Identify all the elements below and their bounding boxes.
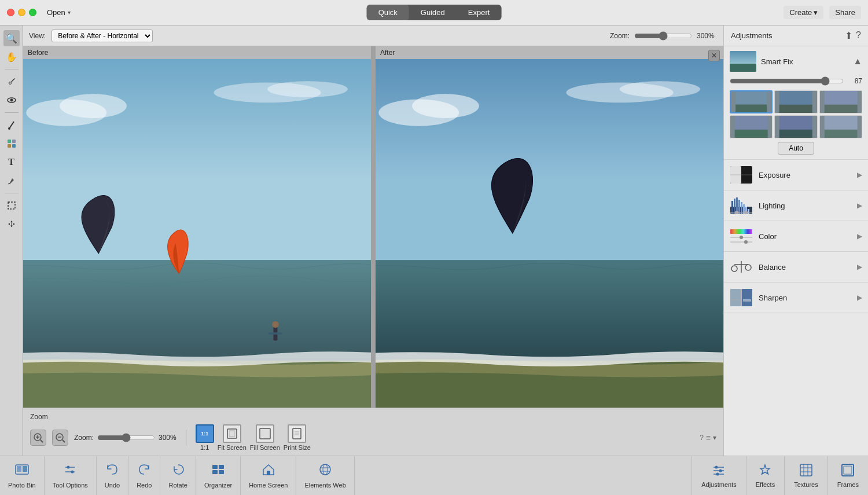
bottom-frames[interactable]: Frames (827, 456, 868, 495)
home-screen-icon (262, 463, 275, 480)
sharpen-row[interactable]: Sharpen ▶ (724, 283, 868, 313)
eye-tool[interactable] (3, 92, 20, 108)
view-select[interactable]: Before & After - Horizontal (52, 30, 153, 42)
preview-thumb-1[interactable] (730, 90, 773, 113)
open-button[interactable]: Open ▾ (42, 6, 75, 19)
zoom-controls-group: Zoom: 300% (74, 433, 176, 442)
bottom-adjustments[interactable]: Adjustments (692, 456, 746, 495)
redo-label: Redo (137, 482, 152, 489)
before-image[interactable] (23, 59, 371, 408)
svg-point-14 (267, 81, 348, 97)
bottom-undo[interactable]: Undo (97, 456, 128, 495)
svg-rect-95 (212, 465, 218, 469)
bottom-photo-bin[interactable]: Photo Bin (0, 456, 45, 495)
transform-tool[interactable] (3, 197, 20, 214)
balance-row[interactable]: Balance ▶ (724, 252, 868, 283)
paint-tool[interactable] (3, 173, 20, 189)
svg-point-77 (744, 240, 748, 244)
smart-fix-section: Smart Fix ▲ 87 (724, 46, 868, 160)
zoom-tool[interactable]: 🔍 (3, 30, 20, 46)
tab-guided[interactable]: Guided (409, 5, 457, 20)
brush-tool[interactable] (3, 117, 20, 133)
preview-thumb-5[interactable] (774, 115, 817, 138)
preview-thumb-6[interactable] (819, 115, 862, 138)
rotate-label: Rotate (168, 482, 187, 489)
organizer-icon (211, 463, 225, 480)
smart-fix-slider[interactable] (730, 76, 844, 86)
bottom-effects[interactable]: Effects (746, 456, 784, 495)
close-traffic-light[interactable] (7, 9, 14, 16)
bottom-organizer[interactable]: Organizer (196, 456, 241, 495)
zoom-preset-print[interactable]: Print Size (284, 424, 311, 451)
bottom-tool-options[interactable]: Tool Options (45, 456, 97, 495)
svg-point-101 (323, 464, 328, 475)
sharpen-label: Sharpen (759, 294, 851, 302)
bottom-textures[interactable]: Textures (784, 456, 827, 495)
svg-rect-25 (376, 260, 723, 361)
exposure-label: Exposure (759, 171, 851, 179)
color-row[interactable]: Color ▶ (724, 221, 868, 252)
zoom-preset-fit[interactable]: Fit Screen (218, 424, 247, 451)
zoom-control: Zoom: 300% (610, 31, 718, 41)
svg-point-81 (745, 265, 751, 270)
text-tool[interactable]: T (3, 154, 20, 170)
hand-tool[interactable]: ✋ (3, 49, 20, 65)
svg-point-71 (735, 211, 738, 214)
tool-separator-2 (5, 112, 19, 113)
traffic-lights (7, 9, 36, 16)
sharpen-chevron-icon: ▶ (857, 294, 862, 302)
svg-rect-69 (748, 209, 749, 214)
after-image[interactable] (376, 59, 723, 408)
zoom-in-button[interactable] (30, 430, 46, 446)
expand-icon[interactable]: ▾ (713, 434, 716, 442)
svg-rect-39 (260, 428, 270, 439)
help-icon[interactable]: ? (700, 434, 704, 442)
zoom-preset-fill[interactable]: Fill Screen (250, 424, 280, 451)
move-tool[interactable] (3, 216, 20, 232)
zoom-panel-value: 300% (159, 434, 176, 442)
pattern-tool[interactable] (3, 135, 20, 152)
smart-fix-chevron-icon[interactable]: ▲ (853, 56, 862, 67)
svg-point-72 (744, 211, 748, 214)
svg-point-107 (719, 469, 722, 472)
open-label: Open (47, 8, 65, 17)
bottom-home-screen[interactable]: Home Screen (241, 456, 296, 495)
eyedropper-tool[interactable] (3, 74, 20, 90)
info-icon[interactable]: ? (856, 30, 861, 41)
minimize-traffic-light[interactable] (18, 9, 25, 16)
list-icon[interactable]: ≡ (706, 433, 711, 442)
preview-thumb-3[interactable] (819, 90, 862, 113)
lighting-row[interactable]: Lighting ▶ (724, 190, 868, 221)
color-chevron-icon: ▶ (857, 232, 862, 240)
auto-button[interactable]: Auto (778, 142, 814, 155)
tab-expert[interactable]: Expert (457, 5, 502, 20)
bottom-redo[interactable]: Redo (128, 456, 160, 495)
bottom-elements-web[interactable]: Elements Web (296, 456, 354, 495)
tab-quick[interactable]: Quick (367, 5, 409, 20)
before-after-divider[interactable] (371, 46, 376, 408)
zoom-panel-slider[interactable] (97, 433, 155, 442)
main-area: 🔍 ✋ T View: (0, 25, 868, 456)
create-button[interactable]: Create ▾ (784, 6, 823, 19)
home-screen-label: Home Screen (249, 482, 288, 489)
svg-line-33 (41, 440, 43, 442)
lighting-label: Lighting (759, 201, 851, 210)
preview-thumb-4[interactable] (730, 115, 773, 138)
balance-icon (730, 258, 753, 276)
textures-label: Textures (794, 481, 818, 488)
svg-rect-116 (844, 466, 852, 474)
exposure-row[interactable]: Exposure ▶ (724, 160, 868, 190)
zoom-slider[interactable] (634, 31, 692, 41)
zoom-out-button[interactable] (52, 430, 68, 446)
smart-fix-title: Smart Fix (761, 57, 848, 66)
zoom-preset-1-1[interactable]: 1:1 1:1 (196, 424, 214, 451)
preview-thumb-2[interactable] (774, 90, 817, 113)
after-label: After (376, 46, 723, 59)
share-button[interactable]: Share (829, 6, 861, 19)
close-canvas-button[interactable]: ✕ (708, 50, 720, 61)
maximize-traffic-light[interactable] (29, 9, 36, 16)
upload-icon[interactable]: ⬆ (845, 30, 852, 41)
bottom-rotate[interactable]: Rotate (160, 456, 196, 495)
svg-rect-40 (293, 428, 301, 439)
bottom-bar: Photo Bin Tool Options Undo Redo Rotate … (0, 456, 868, 495)
